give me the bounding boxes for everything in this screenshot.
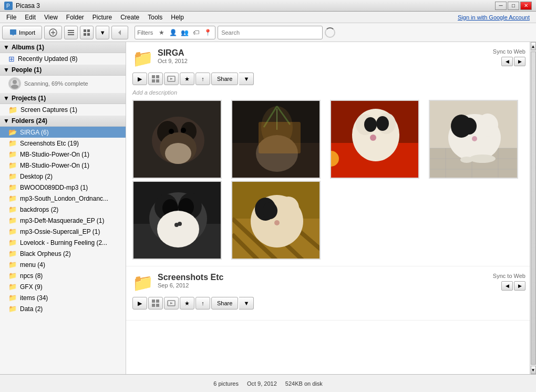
- folder-black-orpheus[interactable]: 📁 Black Orpheus (2): [0, 248, 126, 259]
- sync2-next-button[interactable]: ▶: [514, 281, 525, 291]
- grid-view-button[interactable]: [80, 26, 94, 39]
- folder-bwood[interactable]: 📁 BWOOD089DD-mp3 (1): [0, 182, 126, 193]
- menu-help[interactable]: Help: [167, 13, 188, 22]
- share-dropdown-button[interactable]: ▼: [239, 73, 254, 85]
- share-label: Share: [217, 76, 232, 82]
- folder-desktop[interactable]: 📁 Desktop (2): [0, 171, 126, 182]
- photo-3[interactable]: [330, 100, 419, 179]
- recently-updated-item[interactable]: ⊞ Recently Updated (8): [0, 53, 126, 65]
- import-icon: [9, 28, 17, 37]
- sirga-folder-toolbar: ▶ ★ ↑ Share ▼: [132, 73, 525, 85]
- play-slideshow-button[interactable]: ▶: [132, 73, 147, 85]
- movie2-button[interactable]: [164, 297, 179, 310]
- menu-folder[interactable]: Folder: [62, 13, 88, 22]
- play2-slideshow-button[interactable]: ▶: [132, 297, 147, 310]
- add-button[interactable]: [44, 26, 62, 39]
- filter-tag[interactable]: 🏷: [191, 27, 201, 38]
- folder-mb1-label: MB-Studio-Power-On (1): [20, 151, 89, 158]
- menu-create[interactable]: Create: [116, 13, 143, 22]
- photo-4[interactable]: [429, 100, 518, 179]
- recently-updated-label: Recently Updated (8): [18, 55, 77, 63]
- photo-5[interactable]: [132, 181, 222, 260]
- menu-tools[interactable]: Tools: [143, 13, 167, 22]
- sign-in-link[interactable]: Sign in with Google Account: [458, 14, 534, 20]
- menu-file[interactable]: File: [2, 13, 20, 22]
- filter-group[interactable]: 👥: [179, 27, 190, 38]
- scroll-up-button[interactable]: ▲: [531, 42, 536, 50]
- import-button[interactable]: Import: [2, 26, 42, 39]
- filter-star[interactable]: ★: [156, 27, 167, 38]
- folder-npcs[interactable]: 📁 npcs (8): [0, 270, 126, 281]
- share2-button[interactable]: Share: [211, 297, 238, 310]
- collage2-button[interactable]: [148, 297, 163, 310]
- folder-mp3-deft[interactable]: 📁 mp3-Deft-Masquerade_EP (1): [0, 215, 126, 226]
- projects-header[interactable]: ▼ Projects (1): [0, 93, 126, 104]
- svg-point-73: [157, 211, 199, 247]
- search-input[interactable]: [218, 26, 323, 39]
- folder-gfx[interactable]: 📁 GFX (9): [0, 281, 126, 292]
- scroll-down-button[interactable]: ▼: [531, 366, 536, 374]
- screenshots-folder-header: 📁 Screenshots Etc Sep 6, 2012 Sync to We…: [132, 273, 525, 293]
- list-view-icon: [67, 29, 75, 36]
- people-header[interactable]: ▼ People (1): [0, 65, 126, 76]
- filter-person[interactable]: 👤: [168, 27, 178, 38]
- folder-mp3-south[interactable]: 📁 mp3-South_London_Ordnanc...: [0, 193, 126, 204]
- photo-1[interactable]: [132, 100, 222, 179]
- svg-rect-89: [156, 300, 159, 303]
- view-options-button[interactable]: ▼: [96, 26, 109, 39]
- folder-icon-data: 📁: [8, 305, 17, 313]
- svg-point-75: [178, 222, 182, 226]
- folder-lovelock[interactable]: 📁 Lovelock - Burning Feeling (2...: [0, 237, 126, 248]
- folder-mb-studio-1[interactable]: 📁 MB-Studio-Power-On (1): [0, 149, 126, 160]
- scrollbar-thumb[interactable]: [531, 51, 536, 365]
- share2-dropdown-button[interactable]: ▼: [239, 297, 254, 310]
- sync-next-button[interactable]: ▶: [514, 57, 525, 66]
- projects-arrow: ▼: [3, 95, 9, 102]
- main-layout: ▼ Albums (1) ⊞ Recently Updated (8) ▼ Pe…: [0, 42, 536, 374]
- menu-picture[interactable]: Picture: [88, 13, 116, 22]
- sync-prev-button[interactable]: ◀: [501, 57, 513, 66]
- sync2-prev-button[interactable]: ◀: [501, 281, 513, 291]
- description-placeholder[interactable]: Add a description: [132, 89, 525, 96]
- scrollbar-track: ▲ ▼: [530, 42, 536, 374]
- status-date: Oct 9, 2012: [247, 380, 277, 387]
- svg-rect-12: [84, 33, 86, 36]
- photo-2[interactable]: [231, 100, 321, 179]
- folder-menu[interactable]: 📁 menu (4): [0, 259, 126, 270]
- collage-button[interactable]: [148, 73, 163, 85]
- folder-data[interactable]: 📁 Data (2): [0, 303, 126, 314]
- svg-text:P: P: [6, 3, 10, 9]
- svg-rect-7: [68, 30, 74, 31]
- folder-items[interactable]: 📁 items (34): [0, 292, 126, 303]
- svg-rect-8: [68, 32, 74, 33]
- sirga-folder-section: 📁 SIRGA Oct 9, 2012 Sync to Web ◀ ▶ ▶: [126, 42, 536, 266]
- upload-button[interactable]: ↑: [195, 73, 210, 85]
- close-button[interactable]: ✕: [520, 2, 532, 10]
- minimize-button[interactable]: ─: [495, 2, 507, 10]
- screen-captures-item[interactable]: 📁 Screen Captures (1): [0, 104, 126, 116]
- folder-data-label: Data (2): [20, 305, 43, 313]
- albums-header[interactable]: ▼ Albums (1): [0, 42, 126, 53]
- photo-6[interactable]: [231, 181, 321, 260]
- back-button[interactable]: [111, 26, 128, 39]
- menu-edit[interactable]: Edit: [20, 13, 40, 22]
- folder-screenshots-etc[interactable]: 📁 Screenshots Etc (19): [0, 138, 126, 149]
- folders-header[interactable]: ▼ Folders (24): [0, 116, 126, 127]
- list-view-button[interactable]: [64, 26, 78, 39]
- upload2-button[interactable]: ↑: [195, 297, 210, 310]
- folder-mp3-ossie[interactable]: 📁 mp3-Ossie-Supercali_EP (1): [0, 226, 126, 237]
- share-button[interactable]: Share: [211, 73, 238, 85]
- star2-button[interactable]: ★: [180, 297, 194, 310]
- svg-rect-18: [152, 75, 155, 78]
- filter-location[interactable]: 📍: [202, 27, 213, 38]
- folder-sirga[interactable]: 📂 SIRGA (6): [0, 127, 126, 138]
- folder-backdrops[interactable]: 📁 backdrops (2): [0, 204, 126, 215]
- collage-icon: [151, 75, 160, 83]
- folder-mb-studio-2[interactable]: 📁 MB-Studio-Power-On (1): [0, 160, 126, 171]
- maximize-button[interactable]: □: [508, 2, 519, 10]
- star-button[interactable]: ★: [180, 73, 194, 85]
- movie-button[interactable]: [164, 73, 179, 85]
- title-bar: P Picasa 3 ─ □ ✕: [0, 0, 536, 12]
- folder-screenshots-label: Screenshots Etc (19): [20, 140, 79, 147]
- menu-view[interactable]: View: [40, 13, 62, 22]
